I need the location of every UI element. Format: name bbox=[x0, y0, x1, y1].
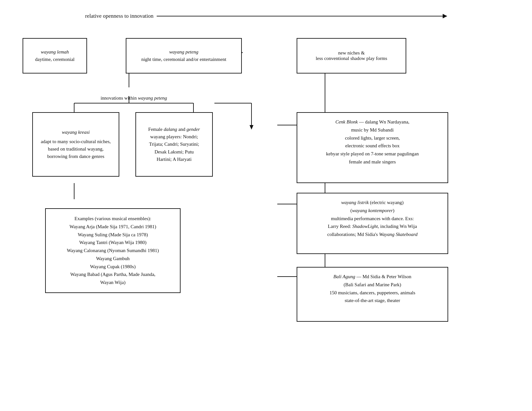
female-dalang-line1: Female dalang and gender bbox=[148, 126, 200, 133]
cenk-blonk-line2: music by Md Subandi bbox=[304, 126, 441, 134]
cenk-blonk-line5: kebyar style played on 7-tone semar pagu… bbox=[304, 150, 441, 158]
arrow-line bbox=[157, 16, 447, 16]
wayang-listrik-line5: collaborations; Md Sidia's Wayang Skateb… bbox=[304, 230, 441, 239]
cenk-blonk-line4: electronic sound effects box bbox=[304, 142, 441, 150]
wayang-listrik-line3: multimedia performances with dance. Exs: bbox=[304, 215, 441, 223]
examples-line5: Wayang Calonarang (Nyoman Sumandhi 1981) bbox=[52, 247, 173, 255]
female-dalang-line5: Hartini; A Haryati bbox=[157, 156, 192, 163]
examples-line7: Wayang Cupak (1980s) bbox=[52, 263, 173, 271]
wayang-listrik-line4: Larry Reed: ShadowLight, including Wn Wi… bbox=[304, 222, 441, 230]
svg-marker-10 bbox=[250, 125, 253, 130]
box-wayang-lemah: wayang lemah daytime, ceremonial bbox=[23, 38, 87, 73]
innovations-italic: wayang peteng bbox=[138, 95, 167, 101]
wayang-kreasi-title: wayang kreasi bbox=[62, 129, 90, 136]
examples-line4: Wayang Tantri (Wayan Wija 1980) bbox=[52, 239, 173, 247]
box-new-niches: new niches & less conventional shadow pl… bbox=[297, 38, 406, 73]
female-dalang-line2: wayang players: Nondri; bbox=[150, 133, 198, 141]
diagram-body: wayang lemah daytime, ceremonial wayang … bbox=[13, 25, 519, 389]
new-niches-line2: less conventional shadow play forms bbox=[316, 56, 387, 61]
wayang-lemah-subtitle: daytime, ceremonial bbox=[35, 57, 74, 62]
arrow-label: relative openness to innovation bbox=[85, 13, 153, 19]
wayang-listrik-line1: wayang listrik (electric wayang) bbox=[304, 199, 441, 207]
diagram-container: relative openness to innovation bbox=[13, 10, 519, 389]
cenk-blonk-line1: Cenk Blonk — dalang Wn Nardayana, bbox=[304, 118, 441, 126]
top-arrow-row: relative openness to innovation bbox=[13, 10, 519, 19]
wayang-kreasi-body: adapt to many socio-cultural niches, bas… bbox=[39, 138, 113, 161]
examples-line1: Examples (various musical ensembles): bbox=[52, 215, 173, 223]
box-bali-agung: Bali Agung — Md Sidia & Peter Wilson (Ba… bbox=[297, 267, 448, 322]
examples-line9: Wayan Wija) bbox=[52, 279, 173, 287]
innovations-label: innovations within wayang peteng bbox=[84, 95, 184, 101]
examples-line8: Wayang Babad (Agus Partha, Made Juanda, bbox=[52, 270, 173, 279]
bali-agung-line3: 150 musicians, dancers, puppeteers, anim… bbox=[304, 289, 441, 297]
box-wayang-kreasi: wayang kreasi adapt to many socio-cultur… bbox=[32, 112, 119, 177]
cenk-blonk-line3: colored lights, larger screen, bbox=[304, 134, 441, 142]
box-cenk-blonk: Cenk Blonk — dalang Wn Nardayana, music … bbox=[297, 112, 448, 183]
bali-agung-line2: (Bali Safari and Marine Park) bbox=[304, 281, 441, 289]
box-examples: Examples (various musical ensembles): Wa… bbox=[45, 208, 181, 293]
female-dalang-line4: Desak Laksmi; Putu bbox=[154, 148, 194, 156]
bali-agung-line1: Bali Agung — Md Sidia & Peter Wilson bbox=[304, 273, 441, 281]
cenk-blonk-line6: female and male singers bbox=[304, 158, 441, 166]
box-wayang-listrik: wayang listrik (electric wayang) (wayang… bbox=[297, 193, 448, 254]
wayang-lemah-title: wayang lemah bbox=[41, 49, 69, 55]
box-female-dalang: Female dalang and gender wayang players:… bbox=[135, 112, 213, 177]
wayang-peteng-title: wayang peteng bbox=[169, 49, 198, 55]
examples-line2: Wayang Arja (Made Sija 1971, Candri 1981… bbox=[52, 223, 173, 231]
examples-line6: Wayang Gambuh bbox=[52, 255, 173, 263]
bali-agung-line4: state-of-the-art stage, theater bbox=[304, 297, 441, 305]
box-wayang-peteng: wayang peteng night time, ceremonial and… bbox=[126, 38, 242, 73]
wayang-listrik-line2: (wayang kontemporer) bbox=[304, 207, 441, 215]
female-dalang-line3: Trijata; Candri; Suryatini; bbox=[149, 141, 199, 148]
examples-line3: Wayang Suling (Made Sija ca 1978) bbox=[52, 231, 173, 239]
wayang-peteng-subtitle: night time, ceremonial and/or entertainm… bbox=[141, 57, 226, 62]
new-niches-line1: new niches & bbox=[338, 50, 365, 56]
